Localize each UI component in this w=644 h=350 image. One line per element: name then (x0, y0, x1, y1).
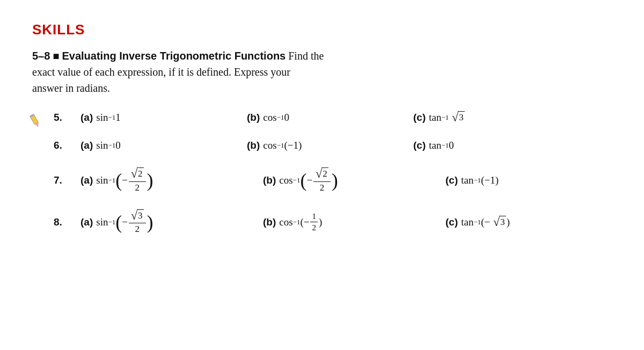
part-label-7b: (b) (263, 174, 276, 186)
part-7c: (c) tan−1(−1) (445, 174, 628, 186)
pencil-icon (27, 112, 42, 127)
problem-number-6: 6. (54, 140, 80, 151)
part-8c: (c) tan−1(− √3) (445, 216, 628, 228)
part-7a: (a) sin−1 ( − √2 2 ) (80, 167, 263, 193)
frac-7b: √2 2 (313, 167, 331, 193)
expr-5c: tan−1 √3 (429, 111, 465, 123)
part-label-7c: (c) (445, 174, 458, 186)
expr-6a: sin−10 (96, 140, 121, 151)
part-label-6a: (a) (80, 140, 93, 151)
part-label-6c: (c) (413, 140, 426, 151)
part-label-5a: (a) (80, 112, 93, 123)
problem-parts-6: (a) sin−10 (b) cos−1(−1) (c) tan−10 (80, 140, 612, 151)
expr-5a: sin−11 (96, 112, 121, 123)
part-label-5b: (b) (247, 112, 260, 123)
frac-8a: √3 2 (129, 209, 146, 235)
problem-parts-7: (a) sin−1 ( − √2 2 ) (80, 167, 628, 193)
part-label-5c: (c) (413, 112, 426, 123)
expr-7a: sin−1 ( − √2 2 ) (96, 167, 153, 193)
expr-8b: cos−1(− 1 2 ) (279, 212, 322, 232)
problem-number-8: 8. (54, 216, 80, 228)
section-header: 5–8 ■ Evaluating Inverse Trigonometric F… (32, 48, 612, 96)
expr-7c: tan−1(−1) (461, 174, 499, 186)
expr-6c: tan−10 (429, 140, 454, 151)
expr-8a: sin−1 ( − √3 2 ) (96, 209, 153, 235)
problem-row-8: 8. (a) sin−1 ( − √3 2 (54, 209, 612, 235)
problem-row-7: 7. (a) sin−1 ( − √2 2 (54, 167, 612, 193)
sqrt-5c: √3 (452, 111, 465, 123)
part-5c: (c) tan−1 √3 (413, 111, 580, 123)
problem-number-7: 7. (54, 174, 80, 186)
section-number: 5–8 (32, 50, 50, 62)
part-label-8b: (b) (263, 216, 276, 228)
part-label-8a: (a) (80, 216, 93, 228)
part-5b: (b) cos−10 (247, 112, 413, 123)
expr-5b: cos−10 (263, 112, 289, 123)
page-container: SKILLS 5–8 ■ Evaluating Inverse Trigonom… (0, 0, 644, 350)
expr-7b: cos−1 ( − √2 2 ) (279, 167, 338, 193)
expr-8c: tan−1(− √3) (461, 216, 510, 228)
problem-parts-8: (a) sin−1 ( − √3 2 ) (80, 209, 628, 235)
part-8a: (a) sin−1 ( − √3 2 ) (80, 209, 263, 235)
problem-parts-5: (a) sin−11 (b) cos−10 (c) tan−1 √3 (80, 111, 612, 123)
problems-area: 5. (a) sin−11 (b) cos−10 (c) tan−1 (32, 111, 612, 235)
part-6b: (b) cos−1(−1) (247, 140, 413, 151)
part-label-8c: (c) (445, 216, 458, 228)
expr-6b: cos−1(−1) (263, 140, 302, 151)
part-6a: (a) sin−10 (80, 140, 247, 151)
frac-7a: √2 2 (129, 167, 146, 193)
part-7b: (b) cos−1 ( − √2 2 ) (263, 167, 445, 193)
skills-heading: SKILLS (32, 21, 612, 38)
part-label-6b: (b) (247, 140, 260, 151)
svg-line-3 (38, 126, 39, 126)
part-6c: (c) tan−10 (413, 140, 580, 151)
part-5a: (a) sin−11 (80, 112, 247, 123)
problem-row-5: 5. (a) sin−11 (b) cos−10 (c) tan−1 (54, 111, 612, 123)
problem-number-5: 5. (54, 112, 80, 123)
problem-row-6: 6. (a) sin−10 (b) cos−1(−1) (c) tan−10 (54, 140, 612, 151)
part-label-7a: (a) (80, 174, 93, 186)
section-title: Evaluating Inverse Trigonometric Functio… (62, 50, 286, 62)
part-8b: (b) cos−1(− 1 2 ) (263, 212, 445, 232)
